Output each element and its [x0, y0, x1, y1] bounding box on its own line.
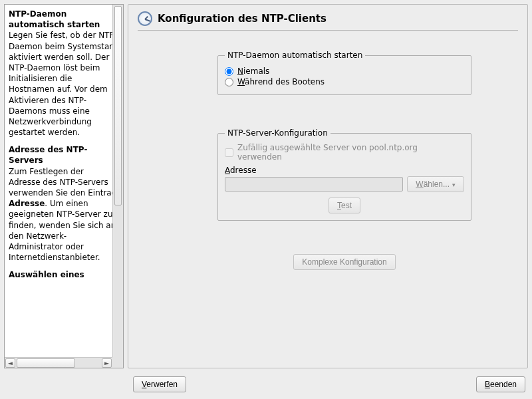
- scrollbar-corner: [112, 357, 123, 368]
- finish-button[interactable]: Beenden: [476, 376, 525, 392]
- autostart-legend: NTP-Daemon automatisch starten: [225, 51, 365, 60]
- help-text: NTP-Daemon automatisch starten Legen Sie…: [5, 5, 123, 368]
- help-section2-strong: Adresse: [9, 199, 45, 208]
- serverconf-group: NTP-Server-Konfiguration Zufällig ausgew…: [217, 128, 471, 221]
- bottom-bar: Verwerfen Beenden: [0, 372, 532, 399]
- help-section3-title: Auswählen eines: [9, 270, 84, 279]
- address-label: Adresse: [225, 166, 464, 175]
- radio-never-label[interactable]: Niemals: [237, 66, 269, 76]
- help-section2-post: . Um einen geeigneten NTP-Server zu find…: [9, 199, 116, 262]
- discard-button[interactable]: Verwerfen: [133, 376, 186, 392]
- help-section1-title: NTP-Daemon automatisch starten: [9, 9, 100, 29]
- help-scrollbar-horizontal[interactable]: ◄ ►: [5, 357, 112, 368]
- serverconf-legend: NTP-Server-Konfiguration: [225, 128, 331, 138]
- scroll-left-icon[interactable]: ◄: [5, 358, 15, 368]
- random-pool-checkbox: [225, 148, 233, 157]
- help-section1-body: Legen Sie fest, ob der NTP-Daemon beim S…: [9, 31, 117, 137]
- divider: [138, 30, 518, 31]
- page-title: Konfiguration des NTP-Clients: [158, 13, 327, 25]
- select-server-button: Wählen...▾: [407, 176, 464, 192]
- radio-boot-label[interactable]: Während des Bootens: [237, 77, 325, 86]
- address-input: [225, 177, 403, 192]
- scrollbar-thumb[interactable]: [114, 6, 122, 205]
- autostart-group: NTP-Daemon automatisch starten Niemals W…: [217, 51, 471, 95]
- radio-never[interactable]: [225, 67, 233, 76]
- chevron-down-icon: ▾: [452, 182, 456, 188]
- help-panel: NTP-Daemon automatisch starten Legen Sie…: [4, 4, 124, 368]
- help-section2-title: Adresse des NTP-Servers: [9, 145, 87, 165]
- main-panel: Konfiguration des NTP-Clients NTP-Daemon…: [128, 4, 528, 368]
- clock-icon: [138, 11, 152, 26]
- help-scrollbar-vertical[interactable]: [112, 5, 123, 357]
- radio-boot[interactable]: [225, 78, 233, 86]
- scrollbar-thumb[interactable]: [17, 358, 75, 368]
- help-section2-pre: Zum Festlegen der Adresse des NTP-Server…: [9, 167, 116, 198]
- test-button: Test: [329, 198, 360, 213]
- random-pool-label: Zufällig ausgewählte Server von pool.ntp…: [237, 143, 464, 162]
- scroll-right-icon[interactable]: ►: [102, 358, 112, 368]
- complex-config-button: Komplexe Konfiguration: [293, 254, 395, 270]
